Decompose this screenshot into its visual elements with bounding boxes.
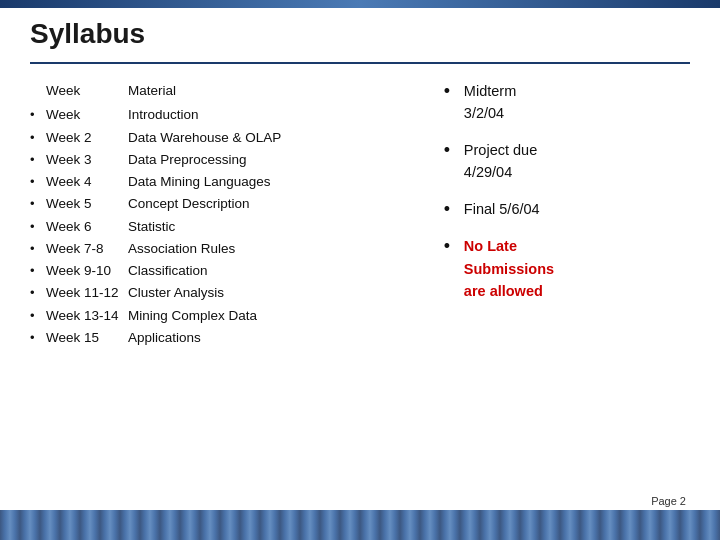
material-cell: Cluster Analysis (128, 282, 424, 304)
list-item: • No LateSubmissionsare allowed (444, 235, 690, 302)
midterm-text: Midterm3/2/04 (464, 80, 516, 125)
table-row: • Week 13-14 Mining Complex Data (30, 305, 424, 327)
bullet-icon: • (30, 171, 46, 192)
bullet-icon: • (30, 282, 46, 303)
table-row: • Week 2 Data Warehouse & OLAP (30, 127, 424, 149)
material-cell: Introduction (128, 104, 424, 126)
material-cell: Data Warehouse & OLAP (128, 127, 424, 149)
material-cell: Association Rules (128, 238, 424, 260)
syllabus-table: Week Material • Week Introduction • Week… (30, 80, 424, 349)
bottom-border (0, 510, 720, 540)
bullet-icon: • (30, 260, 46, 281)
bullet-icon: • (30, 305, 46, 326)
bullet-icon: • (30, 193, 46, 214)
no-late-text: No LateSubmissionsare allowed (464, 235, 554, 302)
bullet-icon: • (30, 127, 46, 148)
table-header: Week Material (30, 80, 424, 102)
table-row: • Week 6 Statistic (30, 216, 424, 238)
table-row: • Week 4 Data Mining Languages (30, 171, 424, 193)
table-row: • Week 11-12 Cluster Analysis (30, 282, 424, 304)
bullet-icon: • (444, 139, 464, 162)
list-item: • Final 5/6/04 (444, 198, 690, 221)
page-number: Page 2 (647, 495, 690, 507)
week-cell: Week 11-12 (46, 282, 128, 304)
page-title: Syllabus (30, 18, 145, 50)
week-cell: Week 9-10 (46, 260, 128, 282)
table-row: • Week 5 Concept Description (30, 193, 424, 215)
week-cell: Week (46, 104, 128, 126)
week-cell: Week 15 (46, 327, 128, 349)
material-cell: Mining Complex Data (128, 305, 424, 327)
top-border (0, 0, 720, 8)
table-row: • Week 7-8 Association Rules (30, 238, 424, 260)
table-row: • Week 3 Data Preprocessing (30, 149, 424, 171)
week-cell: Week 3 (46, 149, 128, 171)
bullet-icon: • (30, 104, 46, 125)
project-text: Project due4/29/04 (464, 139, 537, 184)
week-cell: Week 7-8 (46, 238, 128, 260)
material-cell: Statistic (128, 216, 424, 238)
bullet-icon: • (30, 238, 46, 259)
bullet-icon: • (444, 198, 464, 221)
table-row: • Week 9-10 Classification (30, 260, 424, 282)
list-item: • Project due4/29/04 (444, 139, 690, 184)
material-cell: Data Preprocessing (128, 149, 424, 171)
week-cell: Week 4 (46, 171, 128, 193)
bullet-icon: • (444, 235, 464, 258)
material-cell: Classification (128, 260, 424, 282)
final-text: Final 5/6/04 (464, 198, 540, 220)
week-header: Week (46, 80, 128, 102)
week-cell: Week 2 (46, 127, 128, 149)
main-content: Week Material • Week Introduction • Week… (30, 70, 690, 495)
bullet-icon: • (30, 216, 46, 237)
material-header: Material (128, 80, 424, 102)
table-row: • Week Introduction (30, 104, 424, 126)
week-cell: Week 13-14 (46, 305, 128, 327)
bullet-icon: • (30, 327, 46, 348)
right-panel: • Midterm3/2/04 • Project due4/29/04 • F… (444, 70, 690, 495)
week-cell: Week 5 (46, 193, 128, 215)
page: Syllabus Week Material • Week Introducti… (0, 0, 720, 540)
material-cell: Applications (128, 327, 424, 349)
material-cell: Data Mining Languages (128, 171, 424, 193)
material-cell: Concept Description (128, 193, 424, 215)
week-cell: Week 6 (46, 216, 128, 238)
bullet-icon: • (30, 149, 46, 170)
table-row: • Week 15 Applications (30, 327, 424, 349)
list-item: • Midterm3/2/04 (444, 80, 690, 125)
syllabus-list: Week Material • Week Introduction • Week… (30, 70, 424, 495)
title-divider (30, 62, 690, 64)
bullet-icon: • (444, 80, 464, 103)
